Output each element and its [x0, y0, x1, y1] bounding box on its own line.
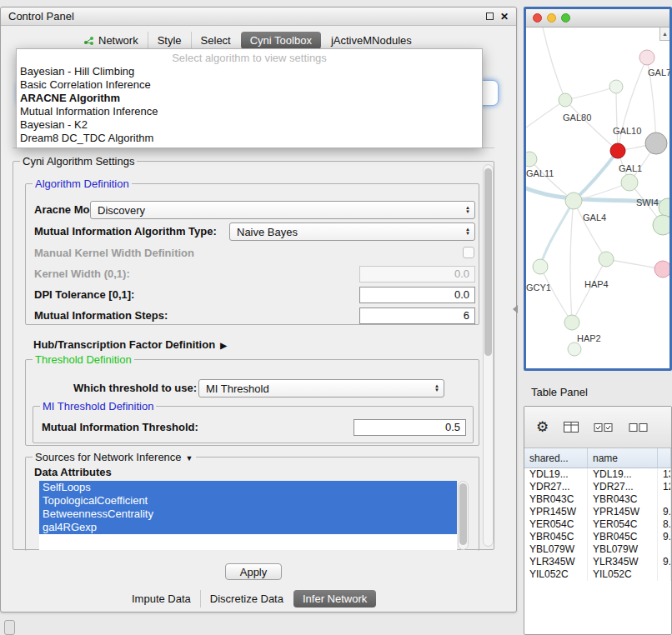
network-edge[interactable]	[616, 87, 618, 151]
tab-jactivemnodules[interactable]: jActiveMNodules	[322, 32, 421, 49]
tab-infer-network[interactable]: Infer Network	[293, 590, 376, 608]
column-header-extra[interactable]	[658, 448, 671, 468]
gear-icon[interactable]: ⚙	[536, 420, 549, 434]
table-cell[interactable]: YBL079W	[524, 543, 588, 556]
attribute-item-selected[interactable]: gal4RGexp	[39, 521, 457, 534]
dropdown-item[interactable]: Mutual Information Inference	[17, 105, 482, 118]
tab-cyni-toolbox[interactable]: Cyni Toolbox	[241, 32, 321, 49]
network-edge[interactable]	[574, 151, 618, 201]
table-row[interactable]: YDL19...YDL19...13	[524, 468, 671, 481]
table-row[interactable]: YLR345WYLR345W9.	[524, 556, 671, 568]
table-row[interactable]: YER054CYER054C8.	[524, 518, 671, 531]
aracne-mode-combobox[interactable]: Discovery ▲▼	[90, 201, 475, 219]
table-cell[interactable]	[658, 493, 671, 506]
network-node[interactable]	[609, 80, 623, 93]
list-scrollbar-thumb[interactable]	[459, 483, 467, 545]
dpi-tolerance-field[interactable]: 0.0	[359, 287, 475, 303]
table-cell[interactable]: 8.	[658, 518, 671, 531]
apply-button[interactable]: Apply	[225, 563, 282, 580]
table-cell[interactable]: 13	[658, 468, 671, 481]
table-cell[interactable]: YPR145W	[524, 506, 588, 518]
attribute-item-selected[interactable]: SelfLoops	[39, 481, 457, 494]
table-cell[interactable]: YLR345W	[524, 556, 588, 568]
table-row[interactable]: YBR045CYBR045C9.	[524, 531, 671, 543]
tab-discretize-data[interactable]: Discretize Data	[200, 590, 293, 608]
dropdown-item-selected[interactable]: ARACNE Algorithm	[17, 92, 482, 105]
settings-scrollbar-thumb[interactable]	[484, 168, 492, 356]
table-row[interactable]: YPR145WYPR145W9.	[524, 506, 671, 518]
network-node[interactable]	[564, 315, 579, 330]
network-edge[interactable]	[526, 100, 565, 128]
table-row[interactable]: YBR043CYBR043C	[524, 493, 671, 506]
deselect-all-checkboxes-icon[interactable]	[629, 422, 649, 432]
table-cell[interactable]: 9.	[658, 506, 671, 518]
network-node[interactable]	[645, 132, 667, 154]
mi-threshold-field[interactable]: 0.5	[354, 419, 466, 436]
dropdown-item[interactable]: Bayesian - Hill Climbing	[17, 65, 482, 78]
network-edge[interactable]	[540, 201, 574, 267]
which-threshold-combobox[interactable]: MI Threshold ▲▼	[198, 379, 444, 398]
table-cell[interactable]: YIL052C	[588, 568, 658, 581]
columns-icon[interactable]	[564, 422, 579, 432]
column-header-shared[interactable]: shared...	[524, 448, 588, 468]
network-edge[interactable]	[618, 58, 647, 151]
attribute-item-selected[interactable]: BetweennessCentrality	[39, 508, 457, 521]
list-scrollbar[interactable]	[458, 481, 469, 550]
tab-select[interactable]: Select	[191, 32, 240, 49]
table-cell[interactable]	[658, 543, 671, 556]
network-node[interactable]	[565, 192, 582, 209]
attribute-item-selected[interactable]: TopologicalCoefficient	[39, 494, 457, 508]
table-cell[interactable]	[658, 568, 671, 581]
table-cell[interactable]: YER054C	[588, 518, 658, 531]
tab-impute-data[interactable]: Impute Data	[123, 590, 200, 608]
tab-style[interactable]: Style	[148, 32, 191, 49]
close-icon[interactable]: ✕	[500, 12, 509, 22]
table-cell[interactable]: YER054C	[524, 518, 588, 531]
canvas-scrollbar-stub[interactable]: ▲	[659, 28, 669, 41]
table-cell[interactable]: YIL052C	[524, 568, 588, 581]
mi-algorithm-type-combobox[interactable]: Naive Bayes ▲▼	[229, 222, 475, 241]
network-node[interactable]	[610, 143, 625, 158]
table-row[interactable]: YDR27...YDR27...12	[524, 481, 671, 493]
dropdown-item[interactable]: Dream8 DC_TDC Algorithm	[17, 132, 482, 145]
table-cell[interactable]: YLR345W	[588, 556, 658, 568]
table-cell[interactable]: YDR27...	[524, 481, 588, 493]
network-node[interactable]	[599, 252, 614, 267]
table-cell[interactable]: 9.	[658, 556, 671, 568]
table-cell[interactable]: YBR045C	[588, 531, 658, 543]
network-node[interactable]	[533, 259, 548, 274]
network-edge[interactable]	[565, 87, 616, 100]
network-node[interactable]	[526, 152, 537, 167]
close-traffic-light-icon[interactable]	[533, 13, 542, 22]
network-node[interactable]	[639, 50, 654, 65]
minimize-traffic-light-icon[interactable]	[547, 13, 556, 22]
table-row[interactable]: YBL079WYBL079W	[524, 543, 671, 556]
select-all-checkboxes-icon[interactable]	[594, 422, 614, 432]
dropdown-item[interactable]: Bayesian - K2	[17, 118, 482, 132]
network-edge[interactable]	[543, 28, 565, 100]
table-cell[interactable]: 12	[658, 481, 671, 493]
network-node[interactable]	[621, 174, 638, 191]
table-cell[interactable]: YDL19...	[588, 468, 658, 481]
network-node[interactable]	[568, 342, 581, 356]
table-cell[interactable]: YBR043C	[524, 493, 588, 506]
settings-scrollbar[interactable]	[483, 164, 494, 547]
table-row[interactable]: YIL052CYIL052C	[524, 568, 671, 581]
tab-network[interactable]: Network	[74, 32, 148, 49]
table-cell[interactable]: YBL079W	[588, 543, 658, 556]
network-node[interactable]	[559, 93, 572, 107]
network-canvas[interactable]: GAL7GAL80GAL10GAL11GAL1SWI4GAL4GCY1HAP4H…	[526, 28, 669, 368]
network-edge[interactable]	[565, 100, 618, 151]
hub-section-header[interactable]: Hub/Transcription Factor Definition▶	[33, 338, 227, 351]
dropdown-item[interactable]: Basic Correlation Inference	[17, 78, 482, 92]
float-window-icon[interactable]	[486, 12, 494, 20]
table-cell[interactable]: 9.	[658, 531, 671, 543]
panel-splitter-arrow[interactable]	[513, 305, 518, 313]
sources-header[interactable]: Sources for Network Inference▼	[33, 451, 196, 463]
table-cell[interactable]: YDL19...	[524, 468, 588, 481]
network-edge[interactable]	[572, 259, 606, 322]
network-edge[interactable]	[574, 201, 606, 259]
network-node[interactable]	[654, 261, 669, 278]
network-node[interactable]	[653, 215, 669, 235]
zoom-traffic-light-icon[interactable]	[561, 13, 570, 22]
